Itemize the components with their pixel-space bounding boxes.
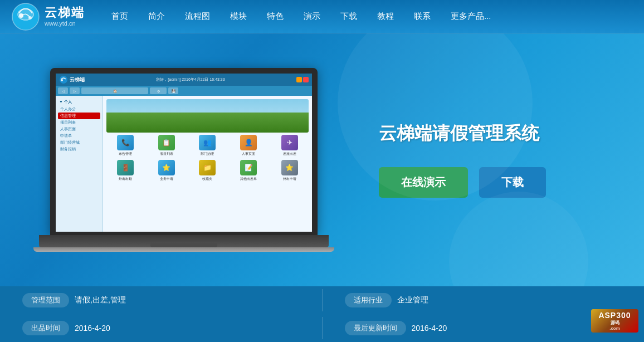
footer-value-scope: 请假,出差,管理 (75, 295, 126, 305)
sidebar-item-dept: 部门经营城 (58, 139, 100, 146)
nav-flow[interactable]: 流程图 (175, 0, 220, 33)
nav-more[interactable]: 更多产品... (441, 0, 501, 33)
sidebar-item-personal: 个人办公 (58, 106, 100, 113)
asp-line3: .com (609, 326, 620, 331)
footer-cell-scope: 管理范围 请假,出差,管理 (0, 293, 322, 307)
sidebar-item-finance: 财务报销 (58, 146, 100, 153)
asp-line2: 源码 (611, 320, 619, 326)
logo-text-area: 云梯端 www.ytd.cn (45, 6, 85, 26)
icons-row2: 🚪 外出出勤 ⭐ 业务申请 📁 收藏夹 (106, 160, 309, 182)
toolbar-btn-3: 🏠 (81, 87, 148, 94)
icon-box-hr: 👤 (240, 135, 257, 150)
download-button[interactable]: 下载 (479, 167, 546, 198)
screen-brand: 云梯端 (70, 76, 85, 84)
screen-icon-folder: 📁 收藏夹 (188, 160, 227, 182)
toolbar-btn-2: ▷ (70, 87, 80, 94)
screen-inner: 云梯端 您好，[admin] 2016年4月22日 16:43:33 ◁ ▷ 🏠… (56, 74, 312, 232)
sidebar-item-proj: 项目列表 (58, 119, 100, 126)
svg-point-3 (28, 16, 32, 19)
icons-row1: 📞 布告管理 📋 项目列表 👥 部门治理 (106, 135, 309, 157)
laptop-container: 云梯端 您好，[admin] 2016年4月22日 16:43:33 ◁ ▷ 🏠… (22, 68, 345, 252)
footer-row1: 管理范围 请假,出差,管理 适用行业 企业管理 (0, 286, 644, 314)
header: 云梯端 www.ytd.cn 首页简介流程图模块特色演示下载教程联系更多产品..… (0, 0, 644, 33)
asp-badge: ASP300 源码 .com (591, 309, 638, 333)
sidebar-cat: ▼ 个人 (58, 98, 100, 106)
icon-box-star2: ⭐ (281, 160, 298, 175)
nav-download[interactable]: 下载 (330, 0, 367, 33)
footer-label-release: 出品时间 (22, 321, 69, 335)
asp-line1: ASP300 (598, 311, 631, 320)
screen-icon-star2: ⭐ 外出申请 (270, 160, 309, 182)
screen-icon-proj: 📋 项目列表 (148, 135, 186, 157)
screen-close-btns (296, 77, 309, 82)
footer-label-scope: 管理范围 (22, 293, 69, 307)
icon-box-dept: 👥 (199, 135, 216, 150)
icon-box-star: ⭐ (158, 160, 175, 175)
nav-feature[interactable]: 特色 (257, 0, 294, 33)
toolbar-btn-5: 💾 (168, 87, 178, 94)
screen-content: ▼ 个人 个人办公 信息管理 项目列表 人事页面 申请单 部门经营城 财务报销 (56, 96, 312, 232)
icon-box-folder: 📁 (199, 160, 216, 175)
laptop-base (39, 235, 329, 247)
screen-icon-star: ⭐ 业务申请 (148, 160, 186, 182)
screen-icon-dept: 👥 部门治理 (188, 135, 227, 157)
main-nav: 首页简介流程图模块特色演示下载教程联系更多产品... (101, 0, 501, 33)
demo-button[interactable]: 在线演示 (379, 167, 468, 198)
screen-icon-phone: 📞 布告管理 (106, 135, 145, 157)
icon-box-out: 🚪 (117, 160, 134, 175)
toolbar-btn-4: ⚙ (150, 87, 167, 94)
screen-info: 您好，[admin] 2016年4月22日 16:43:33 (156, 77, 225, 82)
svg-point-5 (61, 79, 63, 81)
icon-box-travel: ✈ (281, 135, 298, 150)
svg-point-4 (60, 76, 67, 84)
footer-value-release: 2016-4-20 (75, 324, 110, 333)
screen-icon-travel: ✈ 差旅出差 (270, 135, 309, 157)
icon-box-note: 📝 (240, 160, 257, 175)
footer-cell-release: 出品时间 2016-4-20 (0, 321, 322, 335)
main-section: 云梯端 您好，[admin] 2016年4月22日 16:43:33 ◁ ▷ 🏠… (0, 33, 644, 286)
icon-box-phone: 📞 (117, 135, 134, 150)
logo-title: 云梯端 (45, 6, 85, 19)
logo-icon (11, 2, 40, 31)
right-panel: 云梯端请假管理系统 在线演示 下载 (345, 122, 622, 198)
screen-sidebar: ▼ 个人 个人办公 信息管理 项目列表 人事页面 申请单 部门经营城 财务报销 (56, 96, 103, 232)
nav-module[interactable]: 模块 (220, 0, 257, 33)
footer: 管理范围 请假,出差,管理 适用行业 企业管理 出品时间 2016-4-20 最… (0, 286, 644, 342)
nav-contact[interactable]: 联系 (404, 0, 441, 33)
screen-toolbar: ◁ ▷ 🏠 ⚙ 💾 (56, 86, 312, 96)
nav-home[interactable]: 首页 (101, 0, 138, 33)
sidebar-item-apply: 申请单 (58, 133, 100, 139)
footer-label-industry: 适用行业 (345, 293, 392, 307)
nav-demo[interactable]: 演示 (294, 0, 330, 33)
logo-url: www.ytd.cn (45, 20, 85, 27)
app-title: 云梯端请假管理系统 (379, 122, 622, 145)
footer-cell-update: 最后更新时间 2016-4-20 ASP300 源码 .com (323, 321, 645, 335)
footer-cell-industry: 适用行业 企业管理 (323, 293, 645, 307)
screen-logo: 云梯端 (59, 75, 85, 84)
screen-icon-hr: 👤 人事页面 (230, 135, 268, 157)
screen-landscape (106, 99, 309, 133)
action-buttons: 在线演示 下载 (379, 167, 622, 198)
laptop-screen: 云梯端 您好，[admin] 2016年4月22日 16:43:33 ◁ ▷ 🏠… (50, 68, 318, 235)
laptop-bottom (33, 247, 334, 252)
screen-main: 📞 布告管理 📋 项目列表 👥 部门治理 (103, 96, 312, 232)
footer-value-update: 2016-4-20 (412, 324, 447, 333)
icon-box-proj: 📋 (158, 135, 175, 150)
logo-area: 云梯端 www.ytd.cn (11, 2, 85, 31)
screen-icon-out: 🚪 外出出勤 (106, 160, 145, 182)
sidebar-item-info: 信息管理 (58, 113, 100, 119)
sidebar-item-hr: 人事页面 (58, 126, 100, 133)
footer-row2: 出品时间 2016-4-20 最后更新时间 2016-4-20 ASP300 源… (0, 314, 644, 342)
nav-intro[interactable]: 简介 (138, 0, 175, 33)
screen-topbar: 云梯端 您好，[admin] 2016年4月22日 16:43:33 (56, 74, 312, 86)
toolbar-btn-1: ◁ (58, 87, 68, 94)
footer-label-update: 最后更新时间 (345, 321, 406, 335)
screen-icon-note: 📝 其他出差单 (230, 160, 268, 182)
nav-tutorial[interactable]: 教程 (367, 0, 404, 33)
footer-value-industry: 企业管理 (397, 295, 428, 305)
